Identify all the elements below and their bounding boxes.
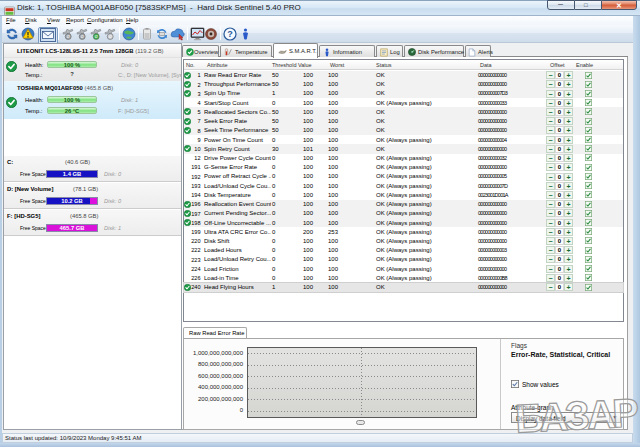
svg-text:БАЗАР: БАЗАР — [514, 390, 640, 440]
svg-text:?: ? — [227, 29, 233, 39]
